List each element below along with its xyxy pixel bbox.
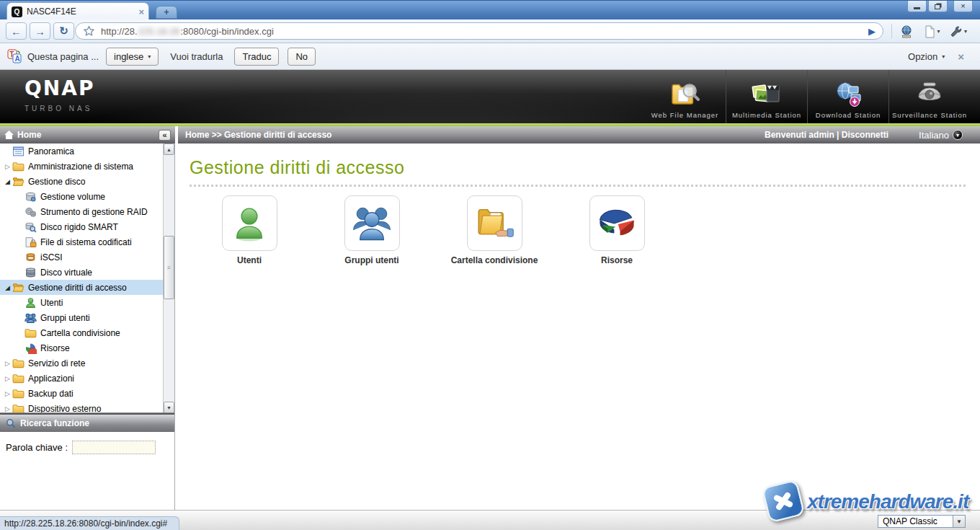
download-station-icon [832, 77, 864, 109]
page-title: Gestione diritti di accesso [190, 157, 980, 178]
qnap-favicon: Q [12, 6, 22, 17]
tree-item-gestione-volume[interactable]: Gestione volume [0, 189, 164, 204]
tree-item-applicazioni[interactable]: ▷ Applicazioni [0, 371, 164, 386]
translate-language-select[interactable]: inglese▾ [106, 48, 159, 66]
tree-item-gruppi-utenti[interactable]: Gruppi utenti [0, 310, 164, 325]
expand-arrow-icon[interactable]: ▷ [3, 375, 12, 382]
tree-item-panoramica[interactable]: Panoramica [0, 143, 164, 159]
xtremehardware-logo-icon [762, 480, 806, 524]
user-groups-icon[interactable] [344, 195, 400, 251]
tree-item-servizio-di-rete[interactable]: ▷ Servizio di rete [0, 355, 164, 371]
tree-item-disco-virtuale[interactable]: Disco virtuale [0, 265, 164, 280]
globe-icon [899, 25, 914, 39]
svg-text:A: A [15, 55, 20, 63]
chevron-down-icon: ▾ [942, 53, 945, 60]
quota-pie-icon [24, 343, 37, 354]
folder-icon [12, 161, 24, 172]
card-gruppi-utenti[interactable]: Gruppi utenti [311, 195, 433, 265]
welcome-logout-text[interactable]: Benvenuti admin | Disconnetti [765, 130, 888, 140]
station-web-file-manager[interactable]: Web File Manager [644, 70, 726, 123]
no-translate-button[interactable]: No [288, 48, 316, 66]
tab-close-icon[interactable]: × [138, 7, 144, 17]
wrench-menu-button[interactable]: ▾ [948, 23, 969, 40]
url-blurred-segment: 225.18.26 [138, 26, 180, 37]
tree-item-amministrazione-di-sistema[interactable]: ▷ Amministrazione di sistema [0, 159, 164, 174]
browser-tab[interactable]: Q NASC4F14E × [6, 2, 149, 20]
collapse-arrow-icon[interactable]: ◢ [3, 284, 12, 291]
tree-item-dispositivo-esterno[interactable]: ▷ Dispositivo esterno [0, 401, 164, 413]
tree-item-smart[interactable]: Disco rigido SMART [0, 219, 164, 234]
minimize-button[interactable] [907, 1, 927, 12]
page-menu-button[interactable]: ▾ [922, 23, 943, 40]
tree-item-gestione-disco[interactable]: ◢ Gestione disco [0, 174, 164, 189]
collapse-arrow-icon[interactable]: ◢ [3, 178, 12, 185]
quota-pie-chart-icon[interactable] [589, 195, 645, 251]
status-url-text: http://28.225.18.26:8080/cgi-bin/index.c… [0, 516, 179, 530]
station-surveillance[interactable]: Surveillance Station [888, 70, 970, 123]
function-search-header[interactable]: Ricerca funzione [0, 413, 174, 432]
shared-folder-hand-icon[interactable] [467, 195, 522, 251]
translate-options-button[interactable]: Opzion▾ [908, 51, 945, 62]
sidebar-title: Home [17, 130, 41, 140]
bookmark-star-icon[interactable] [83, 25, 95, 37]
keyword-input[interactable] [72, 441, 156, 454]
users-icon[interactable] [222, 195, 277, 251]
shared-folder-icon [24, 327, 37, 339]
back-button[interactable]: ← [6, 22, 27, 40]
close-window-button[interactable]: × [953, 1, 973, 12]
tree-item-raid[interactable]: Strumento di gestione RAID [0, 204, 164, 219]
globe-extension-button[interactable] [896, 23, 917, 40]
expand-arrow-icon[interactable]: ▷ [3, 163, 12, 170]
address-bar[interactable]: http://28.225.18.26:8080/cgi-bin/index.c… [75, 22, 883, 40]
tree-item-gestione-diritti-di-accesso[interactable]: ◢ Gestione diritti di accesso [0, 280, 164, 295]
go-button[interactable]: ▶ [868, 26, 876, 37]
station-multimedia[interactable]: Multimedia Station [726, 70, 807, 123]
browser-toolbar: ← → ↻ http://28.225.18.26:8080/cgi-bin/i… [0, 19, 980, 43]
title-divider [190, 185, 966, 187]
station-download[interactable]: Download Station [807, 70, 888, 123]
card-cartella-condivisione[interactable]: Cartella condivisione [433, 195, 556, 265]
wrench-icon [950, 25, 963, 38]
tree-item-iscsi[interactable]: iSCSI [0, 249, 164, 265]
tree-item-file-codificati[interactable]: File di sistema codificati [0, 234, 164, 249]
station-shortcuts: Web File Manager Multimedia Station [644, 70, 970, 123]
card-utenti[interactable]: Utenti [188, 195, 311, 265]
url-text: http://28.225.18.26:8080/cgi-bin/index.c… [101, 26, 868, 37]
expand-arrow-icon[interactable]: ▷ [3, 390, 12, 397]
scroll-thumb[interactable]: ≡ [164, 236, 174, 299]
tree-item-cartella-condivisione[interactable]: Cartella condivisione [0, 325, 164, 340]
user-group-icon [24, 312, 37, 324]
breadcrumb: Home >> Gestione diritti di accesso [185, 130, 765, 140]
scroll-down-button[interactable]: ▼ [164, 402, 174, 413]
encrypted-fs-icon [24, 237, 37, 248]
card-risorse[interactable]: Risorse [556, 195, 678, 265]
tree-item-backup-dati[interactable]: ▷ Backup dati [0, 386, 164, 401]
expand-arrow-icon[interactable]: ▷ [3, 405, 12, 412]
expand-arrow-icon[interactable]: ▷ [3, 360, 12, 367]
xtremehardware-watermark: xtremehardware.it [761, 479, 977, 525]
folder-open-icon [12, 282, 24, 293]
language-selector[interactable]: Italiano ▼ [919, 130, 963, 141]
tree-scrollbar[interactable]: ▲ ≡ ▼ [163, 143, 174, 413]
main-content: Gestione diritti di accesso Utenti [178, 143, 980, 510]
translate-button[interactable]: Traduc [234, 48, 279, 66]
new-tab-button[interactable]: + [156, 6, 177, 19]
page-icon [925, 25, 935, 38]
sidebar: Panoramica ▷ Amministrazione di sistema … [0, 143, 175, 510]
xtremehardware-logo-text: xtremehardware.it [807, 490, 968, 513]
tree-item-risorse[interactable]: Risorse [0, 340, 164, 355]
folder-open-icon [12, 176, 24, 187]
tree-item-utenti[interactable]: Utenti [0, 295, 164, 310]
smart-disk-icon [24, 221, 37, 233]
reload-button[interactable]: ↻ [53, 22, 74, 40]
forward-button[interactable]: → [30, 22, 50, 40]
infobar-close-icon[interactable]: × [958, 50, 964, 63]
restore-button[interactable] [928, 1, 948, 12]
sidebar-collapse-button[interactable]: « [159, 130, 171, 141]
iscsi-icon [24, 252, 37, 263]
function-search-title: Ricerca funzione [20, 418, 89, 428]
folder-icon [12, 358, 24, 369]
translate-icon: T A [7, 49, 22, 63]
scroll-up-button[interactable]: ▲ [164, 143, 174, 155]
folder-icon [12, 403, 24, 414]
